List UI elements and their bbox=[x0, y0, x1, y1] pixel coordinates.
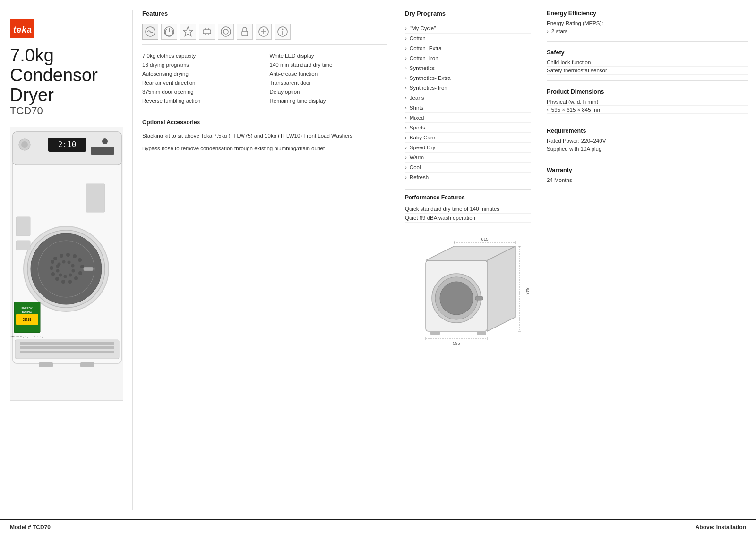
cotton-icon bbox=[142, 24, 158, 40]
svg-point-37 bbox=[56, 265, 60, 268]
info-icon bbox=[275, 24, 291, 40]
svg-rect-78 bbox=[475, 296, 483, 300]
dimensions-label: Physical (w, d, h mm) bbox=[547, 98, 748, 106]
svg-rect-40 bbox=[20, 342, 114, 345]
svg-point-21 bbox=[74, 276, 78, 280]
svg-text:RATING: RATING bbox=[22, 311, 32, 313]
dimensions-value: 595 × 615 × 845 mm bbox=[547, 106, 748, 114]
svg-rect-9 bbox=[91, 147, 114, 155]
svg-text:615: 615 bbox=[481, 237, 488, 242]
warranty-title: Warranty bbox=[547, 167, 748, 173]
feature-row-1: 7.0kg clothes capacity bbox=[142, 52, 260, 60]
safety-item-1: Child lock function bbox=[547, 59, 748, 67]
requirements-power: Rated Power: 220–240V bbox=[547, 137, 748, 145]
svg-point-23 bbox=[61, 280, 65, 284]
dp-cotton-extra: Cotton- Extra bbox=[405, 43, 531, 53]
svg-point-27 bbox=[51, 260, 54, 264]
svg-rect-80 bbox=[477, 331, 486, 335]
energy-efficiency-section: Energy Efficiency Energy Rating (MEPS): … bbox=[547, 10, 748, 42]
svg-rect-41 bbox=[20, 346, 114, 349]
star-icon bbox=[180, 24, 196, 40]
dryer-image: 2:10 bbox=[10, 127, 123, 401]
feature-row-6: Reverse tumbling action bbox=[142, 96, 260, 105]
features-right-col: White LED display 140 min standard dry t… bbox=[270, 52, 388, 105]
logo-box: teka bbox=[10, 19, 34, 38]
dp-synthetics-iron: Synthetics- Iron bbox=[405, 83, 531, 93]
dp-synthetics-extra: Synthetics- Extra bbox=[405, 73, 531, 83]
feature-row-3: Autosensing drying bbox=[142, 69, 260, 78]
features-left-col: 7.0kg clothes capacity 16 drying program… bbox=[142, 52, 260, 105]
svg-rect-38 bbox=[84, 267, 93, 271]
footer-model-label: Model # bbox=[10, 524, 31, 531]
requirements-section: Requirements Rated Power: 220–240V Suppl… bbox=[547, 128, 748, 159]
svg-point-36 bbox=[56, 269, 60, 273]
svg-marker-57 bbox=[183, 27, 193, 36]
feature-row-r3: Anti-crease function bbox=[270, 69, 388, 78]
middle-panel: Features bbox=[133, 10, 397, 510]
svg-point-8 bbox=[102, 138, 108, 144]
svg-point-64 bbox=[223, 29, 228, 34]
svg-point-31 bbox=[71, 264, 75, 268]
svg-point-17 bbox=[73, 254, 77, 258]
svg-point-18 bbox=[78, 258, 82, 262]
dp-baby-care: Baby Care bbox=[405, 133, 531, 143]
svg-text:ENERGY: ENERGY bbox=[21, 307, 33, 310]
product-heading: 7.0kg Condensor Dryer bbox=[10, 46, 123, 105]
optional-accessories-section: Optional Accessories Stacking kit to sit… bbox=[142, 119, 387, 153]
svg-point-24 bbox=[55, 277, 59, 281]
footer-model: Model # TCD70 bbox=[10, 524, 51, 531]
features-title: Features bbox=[142, 10, 387, 19]
svg-point-29 bbox=[62, 260, 66, 264]
svg-point-71 bbox=[282, 29, 284, 30]
dimension-diagram-area: 615 845 595 bbox=[405, 232, 531, 366]
performance-item-1: Quick standard dry time of 140 minutes bbox=[405, 205, 531, 214]
svg-rect-65 bbox=[242, 31, 248, 36]
energy-rating-value: 2 stars bbox=[547, 27, 748, 35]
dp-cotton: Cotton bbox=[405, 34, 531, 43]
svg-rect-44 bbox=[16, 241, 30, 250]
dp-refresh: Refresh bbox=[405, 173, 531, 182]
svg-text:318: 318 bbox=[23, 317, 31, 322]
dp-mixed: Mixed bbox=[405, 113, 531, 123]
performance-item-2: Quiet 69 dBA wash operation bbox=[405, 214, 531, 223]
svg-text:WARNING: Regularly clean the l: WARNING: Regularly clean the lint trap. bbox=[10, 336, 44, 338]
svg-point-26 bbox=[50, 266, 53, 270]
left-panel: teka 7.0kg Condensor Dryer TCD70 bbox=[0, 10, 133, 510]
dry-programs-title: Dry Programs bbox=[405, 10, 531, 19]
power-icon bbox=[161, 24, 177, 40]
feature-row-5: 375mm door opening bbox=[142, 87, 260, 96]
svg-point-7 bbox=[21, 141, 28, 148]
feature-row-r6: Remaining time display bbox=[270, 96, 388, 105]
svg-text:595: 595 bbox=[453, 341, 460, 345]
svg-rect-79 bbox=[430, 331, 440, 335]
footer-bar: Model # TCD70 Above: Installation bbox=[0, 519, 756, 535]
feature-row-r4: Transparent door bbox=[270, 78, 388, 87]
svg-point-20 bbox=[78, 271, 82, 275]
product-title: 7.0kg Condensor Dryer TCD70 bbox=[10, 46, 123, 117]
svg-rect-58 bbox=[203, 30, 211, 34]
dp-my-cycle: "My Cycle" bbox=[405, 24, 531, 34]
energy-efficiency-title: Energy Efficiency bbox=[547, 10, 748, 17]
warranty-section: Warranty 24 Months bbox=[547, 167, 748, 190]
dp-cool: Cool bbox=[405, 163, 531, 173]
settings-icon bbox=[199, 24, 215, 40]
svg-point-32 bbox=[72, 269, 75, 273]
footer-model-value: TCD70 bbox=[33, 524, 51, 531]
svg-point-35 bbox=[59, 274, 62, 277]
safety-title: Safety bbox=[547, 49, 748, 56]
product-model: TCD70 bbox=[10, 105, 123, 117]
dp-warm: Warm bbox=[405, 153, 531, 163]
page-wrapper: teka 7.0kg Condensor Dryer TCD70 bbox=[0, 0, 756, 535]
feature-row-r1: White LED display bbox=[270, 52, 388, 60]
energy-rating-label: Energy Rating (MEPS): bbox=[547, 19, 748, 27]
optional-item-1: Stacking kit to sit above Teka 7.5kg (TF… bbox=[142, 132, 387, 140]
svg-text:teka: teka bbox=[13, 25, 32, 35]
svg-point-22 bbox=[68, 280, 72, 284]
product-dimensions-title: Product Dimensions bbox=[547, 88, 748, 95]
product-image-area: 2:10 bbox=[10, 127, 123, 401]
requirements-title: Requirements bbox=[547, 128, 748, 134]
main-content: teka 7.0kg Condensor Dryer TCD70 bbox=[0, 0, 756, 519]
dp-shirts: Shirts bbox=[405, 103, 531, 113]
product-dimensions-section: Product Dimensions Physical (w, d, h mm)… bbox=[547, 88, 748, 120]
safety-item-2: Safety thermostat sensor bbox=[547, 67, 748, 75]
